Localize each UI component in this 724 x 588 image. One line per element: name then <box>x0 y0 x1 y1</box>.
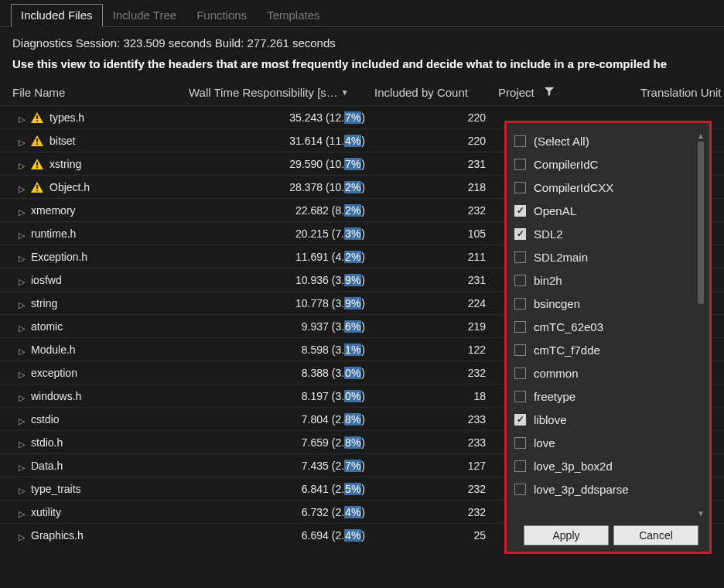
col-file-name[interactable]: File Name <box>0 86 189 99</box>
col-included-count[interactable]: Included by Count <box>374 86 498 99</box>
svg-rect-5 <box>36 166 38 168</box>
tab-included-files[interactable]: Included Files <box>11 4 103 27</box>
filter-item[interactable]: CompilerIdC <box>514 152 706 176</box>
filter-item[interactable]: freetype <box>514 385 706 408</box>
col-translation-unit[interactable]: Translation Unit <box>637 86 724 99</box>
filter-scrollbar[interactable]: ▲ ▼ <box>695 132 706 518</box>
file-name-cell: ▷Module.h <box>0 344 189 356</box>
cancel-button[interactable]: Cancel <box>613 525 698 545</box>
expand-icon[interactable]: ▷ <box>19 254 25 260</box>
filter-item-label: freetype <box>534 390 575 403</box>
file-name-cell: ▷Data.h <box>0 460 189 472</box>
expand-icon[interactable]: ▷ <box>19 277 25 283</box>
col-project[interactable]: Project <box>498 86 637 99</box>
filter-item[interactable]: bin2h <box>514 268 706 292</box>
expand-icon[interactable]: ▷ <box>19 370 25 376</box>
expand-icon[interactable]: ▷ <box>19 393 25 399</box>
svg-rect-6 <box>36 185 38 189</box>
checkbox[interactable] <box>514 391 526 402</box>
checkbox[interactable] <box>514 321 526 333</box>
filter-icon[interactable] <box>544 86 555 99</box>
tab-include-tree[interactable]: Include Tree <box>103 4 187 27</box>
file-name: exception <box>31 367 77 379</box>
filter-item[interactable]: love <box>514 431 706 454</box>
count-cell: 232 <box>374 204 498 217</box>
filter-item-label: bin2h <box>534 274 562 287</box>
file-name: cstdio <box>31 413 60 426</box>
filter-item[interactable]: cmTC_62e03 <box>514 315 706 338</box>
svg-rect-0 <box>36 115 38 119</box>
expand-icon[interactable]: ▷ <box>19 439 25 446</box>
checkbox[interactable] <box>514 159 526 170</box>
checkbox[interactable] <box>514 460 526 472</box>
expand-icon[interactable]: ▷ <box>19 416 25 422</box>
filter-item[interactable]: cmTC_f7dde <box>514 338 706 361</box>
filter-item-label: love <box>534 436 555 450</box>
file-name-cell: ▷stdio.h <box>0 436 189 449</box>
filter-item[interactable]: SDL2 <box>514 222 706 245</box>
svg-rect-7 <box>36 190 38 191</box>
expand-icon[interactable]: ▷ <box>19 161 25 167</box>
wall-time-cell: 8.197 (3.0%) <box>189 390 374 402</box>
expand-icon[interactable]: ▷ <box>19 347 25 353</box>
checkbox[interactable] <box>514 205 526 217</box>
filter-item-label: bsincgen <box>534 297 580 310</box>
checkbox[interactable] <box>514 368 526 379</box>
expand-icon[interactable]: ▷ <box>19 323 25 330</box>
expand-icon[interactable]: ▷ <box>19 231 25 237</box>
checkbox[interactable] <box>514 484 526 495</box>
filter-item-label: CompilerIdCXX <box>534 181 613 194</box>
hint-line: Use this view to identify the headers th… <box>0 54 724 81</box>
filter-item[interactable]: OpenAL <box>514 199 706 222</box>
file-name: windows.h <box>31 390 81 402</box>
expand-icon[interactable]: ▷ <box>19 509 25 515</box>
filter-item[interactable]: common <box>514 361 706 385</box>
scroll-thumb[interactable] <box>698 142 704 304</box>
checkbox[interactable] <box>514 251 526 263</box>
expand-icon[interactable]: ▷ <box>19 300 25 306</box>
file-name: types.h <box>50 111 84 124</box>
file-name-cell: ▷cstdio <box>0 413 189 426</box>
count-cell: 122 <box>374 344 498 356</box>
checkbox[interactable] <box>514 182 526 193</box>
svg-rect-1 <box>36 120 38 121</box>
expand-icon[interactable]: ▷ <box>19 207 25 214</box>
checkbox[interactable] <box>514 437 526 449</box>
filter-item[interactable]: love_3p_ddsparse <box>514 477 706 501</box>
filter-item-label: love_3p_ddsparse <box>534 483 629 496</box>
expand-icon[interactable]: ▷ <box>19 115 25 121</box>
apply-button[interactable]: Apply <box>524 525 609 545</box>
count-cell: 232 <box>374 506 498 518</box>
expand-icon[interactable]: ▷ <box>19 184 25 190</box>
wall-time-cell: 11.691 (4.2%) <box>189 251 374 263</box>
expand-icon[interactable]: ▷ <box>19 532 25 538</box>
col-wall-time[interactable]: Wall Time Responsibility [s… ▼ <box>189 86 374 99</box>
tab-templates[interactable]: Templates <box>257 4 330 27</box>
svg-rect-3 <box>36 143 38 145</box>
filter-item[interactable]: liblove <box>514 408 706 431</box>
checkbox[interactable] <box>514 298 526 309</box>
filter-item[interactable]: CompilerIdCXX <box>514 176 706 199</box>
checkbox[interactable] <box>514 414 526 426</box>
tab-functions[interactable]: Functions <box>186 4 257 27</box>
col-wall-label: Wall Time Responsibility [s… <box>189 86 338 99</box>
file-name-cell: ▷string <box>0 297 189 309</box>
filter-item-label: cmTC_f7dde <box>534 344 600 357</box>
count-cell: 233 <box>374 436 498 449</box>
wall-time-cell: 9.937 (3.6%) <box>189 320 374 333</box>
checkbox[interactable] <box>514 344 526 356</box>
expand-icon[interactable]: ▷ <box>19 486 25 492</box>
checkbox[interactable] <box>514 228 526 240</box>
filter-item[interactable]: love_3p_box2d <box>514 454 706 477</box>
filter-item[interactable]: bsincgen <box>514 292 706 315</box>
expand-icon[interactable]: ▷ <box>19 138 25 144</box>
checkbox[interactable] <box>514 275 526 286</box>
checkbox[interactable] <box>514 135 526 147</box>
filter-item[interactable]: SDL2main <box>514 245 706 268</box>
scroll-down-icon[interactable]: ▼ <box>697 510 705 518</box>
filter-item-label: OpenAL <box>534 204 576 217</box>
session-line: Diagnostics Session: 323.509 seconds Bui… <box>0 27 724 54</box>
filter-item[interactable]: (Select All) <box>514 129 706 152</box>
scroll-up-icon[interactable]: ▲ <box>697 132 705 140</box>
expand-icon[interactable]: ▷ <box>19 463 25 469</box>
